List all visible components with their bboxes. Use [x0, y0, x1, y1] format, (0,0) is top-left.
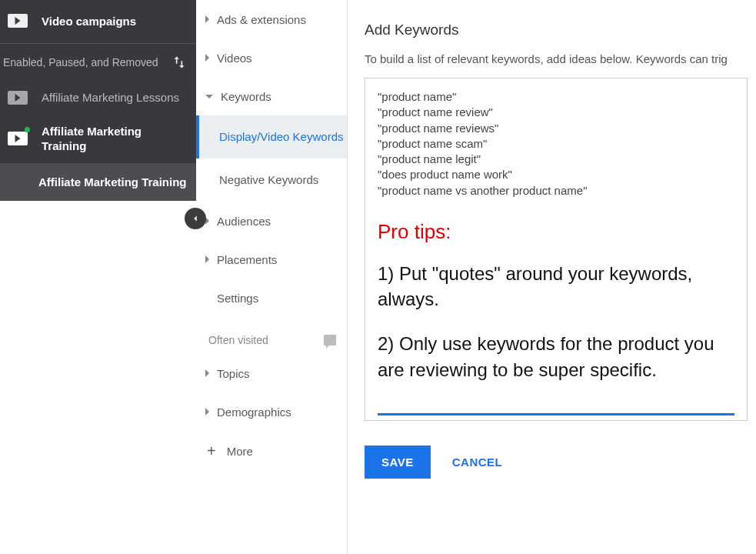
pro-tips-heading: Pro tips:	[378, 220, 734, 244]
pro-tip-1: 1) Put "quotes" around your keywords, al…	[378, 261, 734, 312]
swap-icon	[172, 55, 187, 70]
chevron-right-icon	[205, 54, 209, 62]
camera-icon	[8, 14, 28, 28]
camera-icon	[8, 91, 28, 105]
main-content: Add Keywords To build a list of relevant…	[348, 0, 756, 554]
nav-demographics[interactable]: Demographics	[196, 392, 347, 431]
nav-keywords[interactable]: Keywords	[196, 77, 347, 115]
page-subtext: To build a list of relevant keywords, ad…	[365, 52, 756, 65]
nav-negative-keywords[interactable]: Negative Keywords	[196, 159, 347, 202]
campaign-item-lessons[interactable]: Affiliate Marketing Lessons	[0, 81, 196, 115]
nav-label: Display/Video Keywords	[219, 129, 343, 145]
campaign-filter[interactable]: Enabled, Paused, and Removed	[0, 44, 196, 81]
video-campaigns-header[interactable]: Video campaigns	[0, 0, 196, 43]
focus-underline	[378, 413, 734, 416]
keyword-line: "product name review"	[378, 105, 734, 120]
campaign-label: Affiliate Marketing Training	[42, 124, 188, 154]
nav-label: More	[227, 445, 253, 458]
nav-label: Audiences	[217, 215, 271, 228]
nav-settings[interactable]: Settings	[196, 279, 347, 317]
pro-tip-2: 2) Only use keywords for the product you…	[378, 331, 734, 382]
keywords-text[interactable]: "product name" "product name review" "pr…	[378, 89, 734, 199]
keyword-line: "product name scam"	[378, 136, 734, 152]
page-title: Add Keywords	[365, 22, 756, 38]
chevron-left-icon	[190, 213, 201, 224]
keyword-line: "product name"	[378, 89, 734, 105]
chevron-right-icon	[205, 255, 209, 263]
keyword-line: "product name vs another product name"	[378, 183, 734, 199]
nav-more[interactable]: + More	[196, 431, 347, 471]
chevron-right-icon	[205, 408, 209, 416]
nav-label: Topics	[217, 367, 250, 380]
keyword-line: "does product name work"	[378, 167, 734, 182]
cancel-button[interactable]: CANCEL	[452, 456, 503, 469]
nav-display-video-keywords[interactable]: Display/Video Keywords	[196, 115, 347, 159]
campaign-sidebar: Video campaigns Enabled, Paused, and Rem…	[0, 0, 196, 554]
save-button[interactable]: SAVE	[365, 446, 431, 479]
nav-label: Ads & extensions	[217, 13, 306, 26]
keyword-line: "product name reviews"	[378, 121, 734, 136]
secondary-nav: Ads & extensions Videos Keywords Display…	[196, 0, 348, 554]
campaign-subitem-training[interactable]: Affiliate Marketing Training	[0, 163, 196, 201]
sidebar-empty-panel	[0, 201, 196, 555]
nav-label: Placements	[217, 253, 277, 266]
nav-label: Settings	[217, 292, 258, 305]
nav-label: Videos	[217, 52, 252, 65]
campaign-sub-label: Affiliate Marketing Training	[38, 175, 187, 189]
campaign-item-training[interactable]: Affiliate Marketing Training	[0, 115, 196, 163]
nav-placements[interactable]: Placements	[196, 240, 347, 279]
chevron-down-icon	[205, 95, 213, 98]
nav-ads-extensions[interactable]: Ads & extensions	[196, 0, 347, 38]
nav-label: Keywords	[221, 90, 271, 103]
nav-label: Negative Keywords	[219, 172, 318, 188]
status-dot-icon	[25, 127, 30, 132]
video-campaigns-label: Video campaigns	[42, 15, 136, 28]
chevron-right-icon	[205, 369, 209, 377]
nav-videos[interactable]: Videos	[196, 38, 347, 77]
nav-audiences[interactable]: Audiences	[196, 202, 347, 240]
comment-icon[interactable]	[324, 335, 336, 345]
plus-icon: +	[207, 443, 216, 459]
action-buttons: SAVE CANCEL	[365, 446, 756, 479]
nav-topics[interactable]: Topics	[196, 354, 347, 392]
filter-label: Enabled, Paused, and Removed	[3, 55, 172, 69]
camera-icon	[8, 132, 28, 145]
chevron-right-icon	[205, 15, 209, 23]
nav-label: Demographics	[217, 405, 291, 419]
keywords-input-box[interactable]: "product name" "product name review" "pr…	[365, 78, 748, 421]
often-visited-label: Often visited	[208, 334, 268, 346]
campaign-label: Affiliate Marketing Lessons	[42, 90, 179, 105]
collapse-sidebar-button[interactable]	[185, 208, 206, 229]
often-visited-header: Often visited	[196, 317, 347, 354]
keyword-line: "product name legit"	[378, 152, 734, 167]
